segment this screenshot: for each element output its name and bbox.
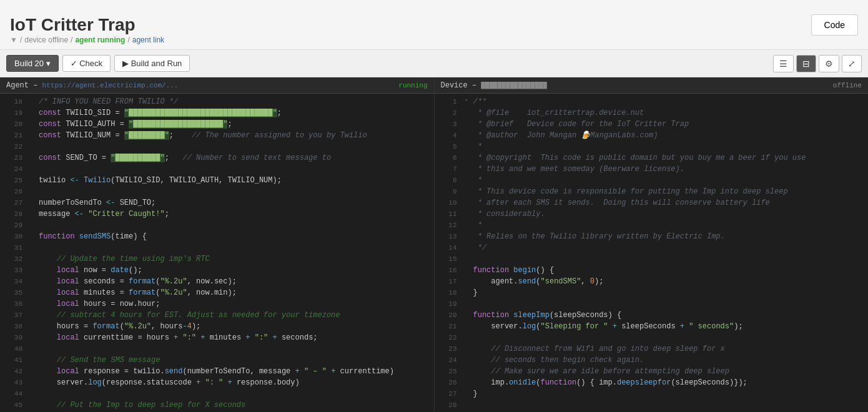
code-line: 6 * @copyright This code is public domai… [435, 152, 869, 164]
code-line: 24 [0, 164, 434, 175]
code-line: 45 // Put the Imp to deep sleep for X se… [0, 400, 434, 411]
toolbar: Build 20 ▾ ✓ Check ▶ Build and Run ☰ ⊟ ⚙… [0, 50, 868, 77]
status-arrow: ▼ [10, 36, 17, 44]
code-line: 34 local seconds = format("%.2u", now.se… [0, 276, 434, 287]
top-bar: IoT Critter Trap ▼ / device offline / ag… [0, 0, 868, 50]
code-line: 15 [435, 253, 869, 265]
code-line: 4 * @author John Mangan 🍺ManganLabs.com) [435, 130, 869, 141]
agent-pane: Agent – https://agent.electricimp.com/..… [0, 77, 435, 412]
code-line: 27 } [435, 388, 869, 400]
code-line: 3 * @brief Device code for the IoT Critt… [435, 119, 869, 130]
code-line: 37 // subtract 4 hours for EST. Adjust a… [0, 310, 434, 321]
device-code-content[interactable]: 1*/** 2 * @file iot_crittertrap.device.n… [435, 94, 869, 412]
editor-area: Agent – https://agent.electricimp.com/..… [0, 77, 868, 412]
code-line: 14 */ [435, 242, 869, 253]
code-line: 26 [0, 186, 434, 197]
code-line: 25 twilio <- Twilio(TWILIO_SID, TWILIO_A… [0, 175, 434, 186]
code-line: 5 * [435, 141, 869, 152]
fullscreen-button[interactable]: ⤢ [842, 55, 862, 72]
code-line: 21 server.log("Sleeping for " + sleepSec… [435, 321, 869, 332]
toolbar-right: ☰ ⊟ ⚙ ⤢ [773, 55, 862, 72]
code-line: 20 function sleepImp(sleepSeconds) { [435, 310, 869, 321]
code-line: 35 local minutes = format("%.2u", now.mi… [0, 287, 434, 298]
code-line: 40 [0, 343, 434, 355]
code-line: 12 * [435, 220, 869, 231]
list-view-button[interactable]: ☰ [773, 55, 794, 72]
agent-status: agent running [75, 36, 125, 44]
agent-pane-header: Agent – https://agent.electricimp.com/..… [0, 77, 434, 94]
device-status-badge: offline [833, 82, 862, 89]
code-line: 33 local now = date(); [0, 265, 434, 276]
code-line: 38 hours = format("%.2u", hours-4); [0, 321, 434, 332]
agent-code-content[interactable]: 18 /* INFO YOU NEED FROM TWILIO */ 19 co… [0, 94, 434, 412]
code-line: 18 } [435, 287, 869, 298]
code-line: 19 const TWILIO_SID = "█████████████████… [0, 107, 434, 119]
code-line: 9 * This device code is responsible for … [435, 186, 869, 197]
code-line: 30 function sendSMS(time) { [0, 231, 434, 242]
agent-status-badge: running [398, 82, 427, 89]
code-line: 7 * this and we meet someday (Beerware l… [435, 164, 869, 175]
code-line: 23 const SEND_TO = "██████████"; // Numb… [0, 152, 434, 164]
code-line: 10 * after each SMS it sends. Doing this… [435, 197, 869, 208]
build-dropdown-button[interactable]: Build 20 ▾ [6, 55, 59, 72]
sep3: / [127, 36, 129, 44]
code-button[interactable]: Code [811, 14, 858, 36]
sep1: / [20, 36, 22, 44]
code-line: 42 local response = twilio.send(numberTo… [0, 366, 434, 377]
code-line: 19 [435, 298, 869, 310]
settings-button[interactable]: ⚙ [819, 55, 839, 72]
sep2: / [71, 36, 72, 44]
code-line: 27 numberToSendTo <- SEND_TO; [0, 197, 434, 208]
agent-pane-title: Agent – https://agent.electricimp.com/..… [6, 81, 178, 90]
code-line: 20 const TWILIO_AUTH = "████████████████… [0, 119, 434, 130]
agent-link[interactable]: agent link [132, 36, 164, 44]
code-line: 22 [435, 332, 869, 343]
code-line: 31 [0, 242, 434, 253]
device-pane-title: Device – ████████████████ [441, 81, 547, 90]
code-line: 41 // Send the SMS message [0, 355, 434, 366]
code-line: 1*/** [435, 96, 869, 107]
code-line: 39 local currenttime = hours + ":" + min… [0, 332, 434, 343]
device-status: device offline [24, 36, 68, 44]
code-line: 16 function begin() { [435, 265, 869, 276]
device-pane: Device – ████████████████ offline 1*/** … [435, 77, 869, 412]
code-line: 26 imp.onidle(function() { imp.deepsleep… [435, 377, 869, 388]
code-line: 18 /* INFO YOU NEED FROM TWILIO */ [0, 96, 434, 107]
code-line: 22 [0, 141, 434, 152]
code-line: 17 agent.send("sendSMS", 0); [435, 276, 869, 287]
code-line: 44 [0, 388, 434, 400]
code-line: 21 const TWILIO_NUM = "████████"; // The… [0, 130, 434, 141]
code-line: 13 * Relies on the Twilio library writte… [435, 231, 869, 242]
split-view-button[interactable]: ⊟ [796, 55, 816, 72]
code-line: 28 message <- "Critter Caught!"; [0, 208, 434, 220]
app-title: IoT Critter Trap [10, 15, 136, 35]
code-line: 36 local hours = now.hour; [0, 298, 434, 310]
code-line: 24 // seconds then begin check again. [435, 355, 869, 366]
code-line: 32 // Update the time using imp's RTC [0, 253, 434, 265]
code-line: 29 [0, 220, 434, 231]
code-line: 28 [435, 400, 869, 411]
code-line: 2 * @file iot_crittertrap.device.nut [435, 107, 869, 119]
code-line: 8 * [435, 175, 869, 186]
code-line: 25 // Make sure we are idle before attem… [435, 366, 869, 377]
code-line: 23 // Disconnect from Wifi and go into d… [435, 343, 869, 355]
status-bar: ▼ / device offline / agent running / age… [10, 36, 164, 44]
code-line: 11 * considerably. [435, 208, 869, 220]
code-line: 43 server.log(response.statuscode + ": "… [0, 377, 434, 388]
check-button[interactable]: ✓ Check [62, 55, 111, 72]
device-pane-header: Device – ████████████████ offline [435, 77, 869, 94]
build-run-button[interactable]: ▶ Build and Run [114, 55, 190, 72]
